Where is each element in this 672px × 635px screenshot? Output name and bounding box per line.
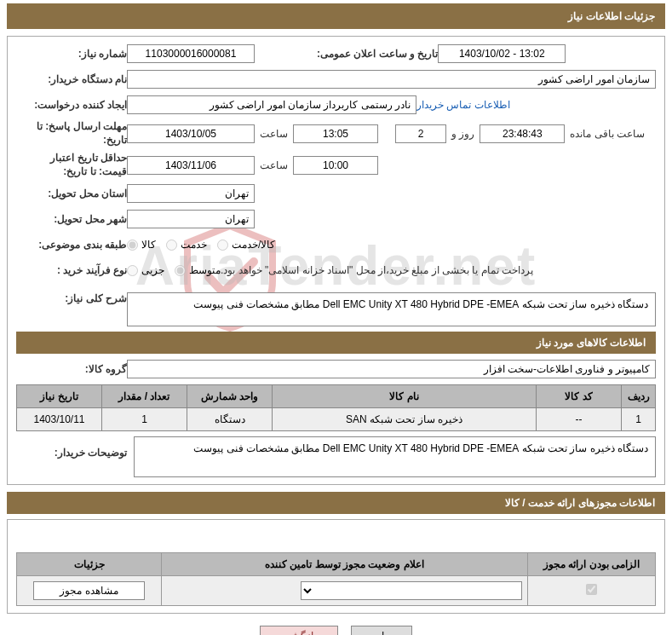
category-goods-service-radio	[217, 240, 228, 251]
goods-table: ردیف کد کالا نام کالا واحد شمارش تعداد /…	[16, 384, 656, 431]
category-goods-text: کالا	[141, 239, 156, 251]
cell-code: --	[537, 408, 622, 431]
process-medium-radio	[175, 265, 186, 276]
cell-name: ذخیره ساز تحت شبکه SAN	[273, 408, 537, 431]
category-service-radio	[166, 240, 177, 251]
col-details: جزئیات	[17, 553, 162, 576]
col-mandatory: الزامی بودن ارائه مجوز	[528, 553, 656, 576]
remaining-label: ساعت باقی مانده	[565, 128, 650, 140]
response-time-value: 13:05	[293, 124, 378, 143]
cell-row: 1	[622, 408, 656, 431]
license-row: مشاهده مجوز	[17, 576, 656, 606]
delivery-city-value: تهران	[127, 210, 255, 228]
col-qty: تعداد / مقدار	[102, 385, 187, 408]
days-and-label: روز و	[446, 128, 480, 140]
process-medium-text: متوسط	[189, 264, 221, 276]
category-service-text: خدمت	[181, 239, 207, 251]
price-validity-date-value: 1403/11/06	[127, 156, 255, 175]
announce-datetime-label: تاریخ و ساعت اعلان عمومی:	[293, 48, 438, 60]
back-button[interactable]: بازگشت	[260, 626, 338, 635]
need-number-value: 1103000016000081	[127, 44, 255, 63]
mandatory-checkbox	[586, 584, 597, 595]
requester-value: نادر رستمی کاربرداز سازمان امور اراضی کش…	[127, 95, 416, 114]
col-name: نام کالا	[273, 385, 537, 408]
view-license-button[interactable]: مشاهده مجوز	[33, 581, 144, 600]
category-label: طبقه بندی موضوعی:	[16, 239, 127, 251]
status-select[interactable]	[301, 581, 522, 600]
license-table: الزامی بودن ارائه مجوز اعلام وضعیت مجوز …	[16, 552, 656, 606]
buyer-notes-label: توضیحات خریدار:	[16, 436, 127, 459]
process-note: پرداخت تمام یا بخشی از مبلغ خرید،از محل …	[221, 264, 533, 276]
price-validity-time-value: 10:00	[293, 156, 378, 175]
page-title: جزئیات اطلاعات نیاز	[7, 3, 665, 29]
cell-qty: 1	[102, 408, 187, 431]
category-goods-radio	[127, 240, 138, 251]
buyer-notes-value: دستگاه ذخیره ساز تحت شبکه Dell EMC Unity…	[134, 436, 656, 477]
remaining-days-value: 2	[395, 124, 446, 143]
table-row: 1 -- ذخیره ساز تحت شبکه SAN دستگاه 1 140…	[17, 408, 656, 431]
response-deadline-label: مهلت ارسال پاسخ: تا تاریخ:	[16, 120, 127, 147]
response-date-value: 1403/10/05	[127, 124, 255, 143]
process-partial-radio	[127, 265, 138, 276]
announce-datetime-value: 1403/10/02 - 13:02	[438, 44, 566, 63]
remaining-time-value: 23:48:43	[480, 124, 565, 143]
time-label-1: ساعت	[255, 128, 293, 140]
print-button[interactable]: چاپ	[351, 626, 412, 635]
cell-need-date: 1403/10/11	[17, 408, 102, 431]
goods-group-label: گروه کالا:	[16, 363, 127, 375]
buyer-org-label: نام دستگاه خریدار:	[16, 73, 127, 85]
goods-section-title: اطلاعات کالاهای مورد نیاز	[16, 332, 656, 354]
cell-unit: دستگاه	[187, 408, 273, 431]
buyer-org-value: سازمان امور اراضی کشور	[127, 70, 656, 89]
general-desc-label: شرح کلی نیاز:	[16, 292, 127, 304]
delivery-province-label: استان محل تحویل:	[16, 188, 127, 199]
col-status: اعلام وضعیت مجوز توسط تامین کننده	[162, 553, 528, 576]
col-code: کد کالا	[537, 385, 622, 408]
license-panel: الزامی بودن ارائه مجوز اعلام وضعیت مجوز …	[7, 519, 665, 614]
general-desc-value: دستگاه ذخیره ساز تحت شبکه Dell EMC Unity…	[127, 292, 656, 326]
time-label-2: ساعت	[255, 159, 293, 171]
requester-label: ایجاد کننده درخواست:	[16, 99, 127, 111]
process-type-label: نوع فرآیند خرید :	[16, 264, 127, 276]
price-validity-label: حداقل تاریخ اعتبار قیمت: تا تاریخ:	[16, 152, 127, 178]
goods-group-value: کامپیوتر و فناوری اطلاعات-سخت افزار	[127, 360, 656, 378]
need-number-label: شماره نیاز:	[16, 48, 127, 60]
action-bar: چاپ بازگشت	[7, 626, 665, 635]
category-goods-service-text: کالا/خدمت	[232, 239, 275, 251]
delivery-province-value: تهران	[127, 184, 255, 203]
process-partial-text: جزیی	[141, 264, 164, 276]
delivery-city-label: شهر محل تحویل:	[16, 213, 127, 225]
col-need-date: تاریخ نیاز	[17, 385, 102, 408]
col-unit: واحد شمارش	[187, 385, 273, 408]
main-panel: شماره نیاز: 1103000016000081 تاریخ و ساع…	[7, 36, 665, 485]
contact-link[interactable]: اطلاعات تماس خریدار	[416, 99, 510, 111]
license-section-title: اطلاعات مجوزهای ارائه خدمت / کالا	[7, 492, 665, 514]
col-row: ردیف	[622, 385, 656, 408]
